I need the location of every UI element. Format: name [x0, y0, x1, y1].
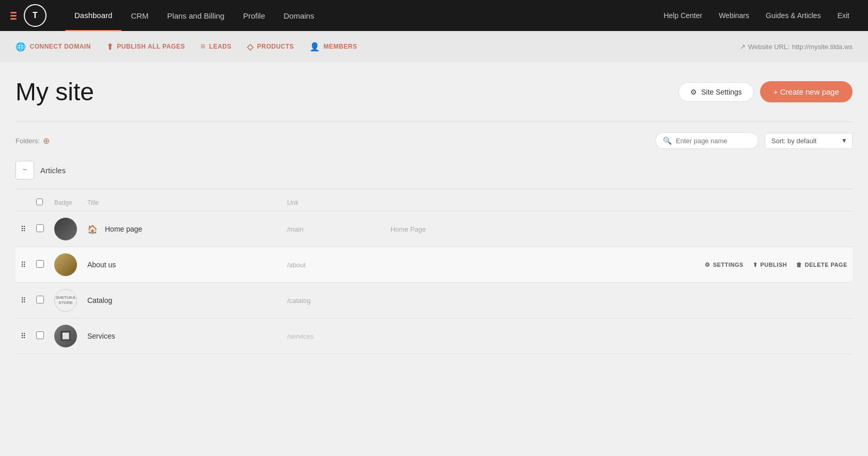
row-checkbox[interactable]	[36, 331, 44, 339]
folders-label-text: Folders:	[16, 137, 40, 145]
website-url-label: Website URL:	[748, 43, 789, 51]
page-link-about: /about	[287, 261, 306, 269]
select-all-checkbox[interactable]	[36, 199, 43, 205]
nav-domains[interactable]: Domains	[274, 0, 323, 31]
drag-handle[interactable]: ⠿	[16, 211, 31, 247]
toolbar: 🌐 CONNECT DOMAIN ⬆ PUBLISH ALL PAGES ≡ L…	[0, 31, 868, 62]
thumb-cell-catalog: SHETUKASTORE	[49, 283, 82, 318]
page-link-cell-services: /services	[282, 318, 385, 354]
settings-page-button[interactable]: ⚙ SETTINGS	[705, 262, 743, 268]
page-link-services: /services	[287, 332, 314, 340]
thumb-cell-about	[49, 247, 82, 283]
page-link-catalog: /catalog	[287, 297, 311, 305]
page-title-cell-home: 🏠 Home page	[82, 211, 282, 247]
row-checkbox-cell	[31, 211, 49, 247]
col-link-header: Link	[282, 194, 385, 211]
delete-page-button[interactable]: 🗑 DELETE PAGE	[796, 262, 847, 268]
website-url-link[interactable]: http://mysite.tilda.ws	[792, 43, 853, 51]
nav-dashboard[interactable]: Dashboard	[65, 0, 121, 31]
row-checkbox-cell	[31, 247, 49, 283]
site-settings-label: Site Settings	[701, 88, 742, 96]
page-tag-cell-services	[385, 318, 853, 354]
toolbar-publish-all[interactable]: ⬆ PUBLISH ALL PAGES	[106, 42, 185, 52]
page-title-inner-home: 🏠 Home page	[87, 224, 277, 234]
toolbar-members[interactable]: 👤 MEMBERS	[309, 42, 357, 52]
folders-row: Folders: ⊕ 🔍 Sort: by default Sort: by n…	[16, 132, 853, 149]
nav-help-center[interactable]: Help Center	[655, 0, 710, 31]
gear-icon: ⚙	[690, 88, 697, 96]
page-thumbnail-catalog: SHETUKASTORE	[54, 289, 77, 312]
search-wrap: 🔍	[655, 132, 758, 149]
toolbar-connect-domain[interactable]: 🌐 CONNECT DOMAIN	[16, 42, 91, 52]
nav-webinars[interactable]: Webinars	[710, 0, 757, 31]
logo[interactable]: T	[24, 4, 47, 27]
site-header-actions: ⚙ Site Settings + Create new page	[678, 81, 853, 102]
connect-domain-label: CONNECT DOMAIN	[30, 43, 91, 50]
leads-icon: ≡	[200, 42, 206, 51]
page-link-cell-home: /main	[282, 211, 385, 247]
products-icon: ◇	[247, 42, 254, 52]
nav-left: Dashboard CRM Plans and Billing Profile …	[65, 0, 655, 31]
row-checkbox-cell	[31, 283, 49, 318]
search-icon: 🔍	[663, 136, 672, 145]
nav-guides-articles[interactable]: Guides & Articles	[757, 0, 829, 31]
nav-profile[interactable]: Profile	[234, 0, 274, 31]
delete-label: DELETE PAGE	[805, 262, 847, 268]
col-badge-header: Badge	[49, 194, 82, 211]
folder-row[interactable]: ~ Articles	[16, 157, 853, 184]
drag-handle[interactable]: ⠿	[16, 247, 31, 283]
row-checkbox[interactable]	[36, 224, 44, 232]
page-actions-cell-about: ⚙ SETTINGS ⬆ PUBLISH 🗑 DELETE PAGE	[385, 247, 853, 283]
col-title-header: Title	[82, 194, 282, 211]
sort-wrap: Sort: by default Sort: by name Sort: by …	[765, 133, 853, 149]
table-header-row: Badge Title Link	[16, 194, 853, 211]
page-thumbnail-about	[54, 253, 77, 276]
main-content: My site ⚙ Site Settings + Create new pag…	[0, 62, 868, 364]
page-title-cell-catalog: Catalog	[82, 283, 282, 318]
search-input[interactable]	[676, 137, 751, 145]
table-row: ⠿ 🔲 Services /ser	[16, 318, 853, 354]
col-drag-header	[16, 194, 31, 211]
page-link-home: /main	[287, 225, 304, 233]
col-actions-header	[385, 194, 853, 211]
members-icon: 👤	[309, 42, 320, 52]
thumb-cell-home	[49, 211, 82, 247]
publish-page-button[interactable]: ⬆ PUBLISH	[753, 262, 787, 268]
nav-crm[interactable]: CRM	[121, 0, 158, 31]
page-actions-about: ⚙ SETTINGS ⬆ PUBLISH 🗑 DELETE PAGE	[391, 262, 847, 268]
page-thumbnail-services: 🔲	[54, 325, 77, 347]
toolbar-products[interactable]: ◇ PRODUCTS	[247, 42, 294, 52]
row-checkbox[interactable]	[36, 260, 44, 268]
table-row: ⠿ SHETUKASTORE Catalog	[16, 283, 853, 318]
website-url-wrap: ↗ Website URL: http://mysite.tilda.ws	[740, 43, 853, 51]
page-title-inner-catalog: Catalog	[87, 296, 277, 305]
home-page-tag: Home Page	[391, 225, 426, 233]
page-thumbnail-home	[54, 218, 77, 240]
site-settings-button[interactable]: ⚙ Site Settings	[678, 82, 754, 102]
nav-plans-billing[interactable]: Plans and Billing	[158, 0, 234, 31]
top-nav: T Dashboard CRM Plans and Billing Profil…	[0, 0, 868, 31]
drag-handle[interactable]: ⠿	[16, 318, 31, 354]
folders-label-wrap: Folders: ⊕	[16, 136, 50, 146]
row-checkbox[interactable]	[36, 296, 44, 303]
publish-label: PUBLISH	[760, 262, 787, 268]
col-check-header	[31, 194, 49, 211]
drag-handle[interactable]: ⠿	[16, 283, 31, 318]
add-folder-button[interactable]: ⊕	[43, 136, 50, 146]
publish-icon: ⬆	[106, 42, 114, 52]
table-body: ⠿ 🏠 Home page	[16, 211, 853, 354]
create-new-page-button[interactable]: + Create new page	[760, 81, 853, 102]
sort-select[interactable]: Sort: by default Sort: by name Sort: by …	[765, 133, 853, 149]
folders-right: 🔍 Sort: by default Sort: by name Sort: b…	[655, 132, 853, 149]
row-checkbox-cell	[31, 318, 49, 354]
table-divider	[16, 189, 853, 189]
folder-name: Articles	[40, 166, 66, 175]
nav-right: Help Center Webinars Guides & Articles E…	[655, 0, 858, 31]
nav-exit[interactable]: Exit	[829, 0, 858, 31]
trash-icon: 🗑	[796, 262, 802, 268]
table-row: ⠿ About us /about	[16, 247, 853, 283]
page-name-services: Services	[87, 332, 115, 340]
toolbar-leads[interactable]: ≡ LEADS	[200, 42, 231, 51]
page-name-catalog: Catalog	[87, 296, 112, 305]
page-tag-cell-home: Home Page	[385, 211, 853, 247]
